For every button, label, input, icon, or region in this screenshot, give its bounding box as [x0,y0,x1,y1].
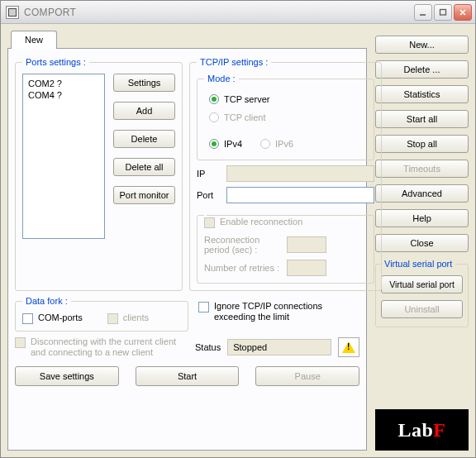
new-button[interactable]: New... [375,36,469,54]
enable-reconnection-label: Enable reconnection [220,217,302,227]
start-button[interactable]: Start [136,366,240,386]
tcp-server-label: TCP server [224,94,269,104]
main-panel: New Ports settings : COM2 ? COM4 ? [7,31,367,451]
add-button[interactable]: Add [113,102,175,120]
tab-panel: Ports settings : COM2 ? COM4 ? Settings … [7,48,367,451]
port-field[interactable] [226,187,374,203]
logo-lab: Lab [397,419,433,441]
list-item[interactable]: COM4 ? [28,89,99,101]
logo-f: F [433,419,445,441]
ipv4-radio[interactable] [209,139,219,149]
advanced-button[interactable]: Advanced [375,184,469,203]
port-label: Port [197,190,220,200]
ipv6-label: IPv6 [275,139,293,149]
enable-reconnection-checkbox [204,217,215,228]
uninstall-button: Uninstall [381,300,463,318]
virtual-serial-port-button[interactable]: Virtual serial port [381,275,463,293]
tcpip-legend: TCP/IP settings : [197,57,271,67]
vsp-legend: Virtual serial port [381,259,455,269]
disconnect-checkbox [15,337,26,348]
com-ports-label: COM-ports [38,312,83,323]
tcpip-settings-group: TCP/IP settings : Mode : TCP server [189,57,382,291]
timeouts-button: Timeouts [375,160,469,178]
clients-label: clients [123,312,149,323]
disconnect-note: Disconnecting with the current client an… [31,336,179,358]
help-button[interactable]: Help [375,209,469,227]
com-ports-checkbox[interactable] [22,313,33,324]
delete-all-button[interactable]: Delete all [113,158,175,176]
close-window-button[interactable] [454,4,472,21]
port-monitor-button[interactable]: Port monitor [113,186,175,204]
ignore-tcp-checkbox[interactable] [198,302,209,312]
tab-new[interactable]: New [11,31,57,49]
client-area: New Ports settings : COM2 ? COM4 ? [1,24,475,457]
retries-field [287,260,326,276]
settings-button[interactable]: Settings [113,74,175,92]
statistics-button[interactable]: Statistics [375,85,469,103]
mode-group: Mode : TCP server TCP client [197,74,374,160]
data-fork-group: Data fork : COM-ports clients [15,296,188,332]
ignore-tcp-label: Ignore TCP/IP connections exceeding the … [214,301,330,322]
virtual-serial-port-group: Virtual serial port Virtual serial port … [375,259,469,327]
ip-field [226,165,374,182]
delete-profile-button[interactable]: Delete ... [375,60,469,79]
status-field: Stopped [227,339,331,355]
tcp-server-radio[interactable] [209,94,219,104]
pause-button: Pause [255,366,359,386]
list-item[interactable]: COM2 ? [28,78,99,89]
close-button[interactable]: Close [375,234,469,252]
reconnection-group: . Enable reconnection Reconnection perio… [197,210,374,284]
ipv6-radio [260,139,270,149]
reconn-period-field [287,236,326,253]
delete-button[interactable]: Delete [113,130,175,148]
sidebar: New... Delete ... Statistics Start all S… [375,31,469,451]
app-window: COMPORT New Ports setting [0,0,476,458]
stop-all-button[interactable]: Stop all [375,135,469,153]
svg-rect-0 [440,9,446,15]
labf-logo: LabF [375,409,469,451]
ip-label: IP [197,169,220,179]
retries-label: Number of retries : [204,263,280,273]
mode-legend: Mode : [204,74,239,83]
start-all-button[interactable]: Start all [375,110,469,128]
ports-settings-legend: Ports settings : [22,57,89,67]
tcp-client-radio [209,112,219,122]
clients-checkbox [107,313,118,324]
data-fork-legend: Data fork : [22,296,71,306]
reconn-period-label: Reconnection period (sec) : [204,235,280,255]
status-label: Status [195,342,221,352]
app-icon [6,6,19,19]
minimize-button[interactable] [414,4,432,21]
status-value: Stopped [233,342,267,352]
tcp-client-label: TCP client [224,112,266,122]
warning-icon [338,337,359,357]
titlebar: COMPORT [1,1,475,24]
ipv4-label: IPv4 [224,139,242,149]
ports-listbox[interactable]: COM2 ? COM4 ? [22,74,105,239]
ports-settings-group: Ports settings : COM2 ? COM4 ? Settings … [15,57,183,291]
maximize-button[interactable] [434,4,452,21]
window-buttons [414,4,472,21]
save-settings-button[interactable]: Save settings [15,366,119,386]
window-title: COMPORT [24,7,414,18]
